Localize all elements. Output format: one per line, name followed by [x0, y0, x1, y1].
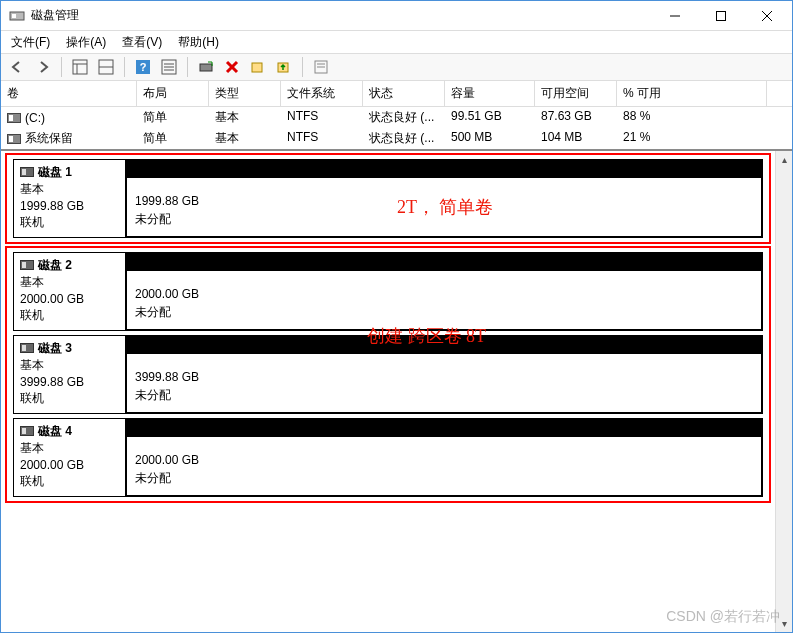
app-icon	[9, 8, 25, 24]
disk-name: 磁盘 3	[38, 340, 72, 357]
col-free[interactable]: 可用空间	[535, 81, 617, 106]
disk-icon	[20, 426, 34, 436]
disk-name: 磁盘 2	[38, 257, 72, 274]
properties-icon[interactable]	[311, 57, 331, 77]
delete-icon[interactable]	[222, 57, 242, 77]
col-volume[interactable]: 卷	[1, 81, 137, 106]
action2-icon[interactable]	[274, 57, 294, 77]
refresh-icon[interactable]	[196, 57, 216, 77]
svg-rect-20	[252, 63, 262, 72]
volume-row[interactable]: (C:) 简单 基本 NTFS 状态良好 (... 99.51 GB 87.63…	[1, 107, 792, 128]
col-layout[interactable]: 布局	[137, 81, 209, 106]
back-button[interactable]	[7, 57, 27, 77]
volume-row[interactable]: 系统保留 简单 基本 NTFS 状态良好 (... 500 MB 104 MB …	[1, 128, 792, 149]
partition-unallocated[interactable]: 2000.00 GB 未分配	[126, 437, 762, 496]
annotation-text-2: 创建 跨区卷 8T	[367, 324, 486, 348]
volume-icon	[7, 134, 21, 144]
volume-list[interactable]: 卷 布局 类型 文件系统 状态 容量 可用空间 % 可用 (C:) 简单 基本 …	[1, 81, 792, 151]
disk-name: 磁盘 4	[38, 423, 72, 440]
disk-graphical-view: 磁盘 1 基本 1999.88 GB 联机 1999.88 GB 未分配 2T，…	[1, 151, 792, 632]
menu-file[interactable]: 文件(F)	[5, 32, 56, 53]
menu-action[interactable]: 操作(A)	[60, 32, 112, 53]
close-button[interactable]	[744, 2, 790, 30]
svg-rect-3	[717, 11, 726, 20]
col-pctfree[interactable]: % 可用	[617, 81, 767, 106]
action1-icon[interactable]	[248, 57, 268, 77]
partition-unallocated[interactable]: 2000.00 GB 未分配	[126, 271, 762, 330]
menu-help[interactable]: 帮助(H)	[172, 32, 225, 53]
window-title: 磁盘管理	[31, 7, 652, 24]
volume-name: 系统保留	[25, 130, 73, 147]
disk-row[interactable]: 磁盘 4 基本 2000.00 GB 联机 2000.00 GB 未分配	[13, 418, 763, 497]
disk-name: 磁盘 1	[38, 164, 72, 181]
menubar: 文件(F) 操作(A) 查看(V) 帮助(H)	[1, 31, 792, 53]
disk-icon	[20, 167, 34, 177]
disk-icon	[20, 343, 34, 353]
view2-icon[interactable]	[96, 57, 116, 77]
partition-unallocated[interactable]: 3999.88 GB 未分配	[126, 354, 762, 413]
watermark: CSDN @若行若冲	[666, 608, 780, 626]
view1-icon[interactable]	[70, 57, 90, 77]
annotation-box-1: 磁盘 1 基本 1999.88 GB 联机 1999.88 GB 未分配 2T，…	[5, 153, 771, 244]
column-headers: 卷 布局 类型 文件系统 状态 容量 可用空间 % 可用	[1, 81, 792, 107]
help-icon[interactable]: ?	[133, 57, 153, 77]
partition-header-bar	[126, 160, 762, 178]
toolbar: ?	[1, 53, 792, 81]
svg-rect-1	[12, 14, 16, 18]
svg-rect-17	[200, 64, 212, 71]
disk-row[interactable]: 磁盘 2 基本 2000.00 GB 联机 2000.00 GB 未分配	[13, 252, 763, 331]
col-type[interactable]: 类型	[209, 81, 281, 106]
partition-header-bar	[126, 419, 762, 437]
disk-icon	[20, 260, 34, 270]
scroll-up-icon[interactable]: ▴	[776, 151, 792, 168]
svg-rect-6	[73, 60, 87, 74]
list-icon[interactable]	[159, 57, 179, 77]
disk-management-window: 磁盘管理 文件(F) 操作(A) 查看(V) 帮助(H) ? 卷 布局	[0, 0, 793, 633]
vertical-scrollbar[interactable]: ▴ ▾	[775, 151, 792, 632]
partition-header-bar	[126, 253, 762, 271]
col-status[interactable]: 状态	[363, 81, 445, 106]
col-fs[interactable]: 文件系统	[281, 81, 363, 106]
annotation-text-1: 2T， 简单卷	[397, 195, 494, 219]
maximize-button[interactable]	[698, 2, 744, 30]
minimize-button[interactable]	[652, 2, 698, 30]
menu-view[interactable]: 查看(V)	[116, 32, 168, 53]
volume-icon	[7, 113, 21, 123]
col-capacity[interactable]: 容量	[445, 81, 535, 106]
svg-text:?: ?	[140, 61, 147, 73]
volume-name: (C:)	[25, 111, 45, 125]
titlebar[interactable]: 磁盘管理	[1, 1, 792, 31]
forward-button[interactable]	[33, 57, 53, 77]
disk-row[interactable]: 磁盘 1 基本 1999.88 GB 联机 1999.88 GB 未分配	[13, 159, 763, 238]
annotation-box-2: 磁盘 2 基本 2000.00 GB 联机 2000.00 GB 未分配 创建 …	[5, 246, 771, 503]
